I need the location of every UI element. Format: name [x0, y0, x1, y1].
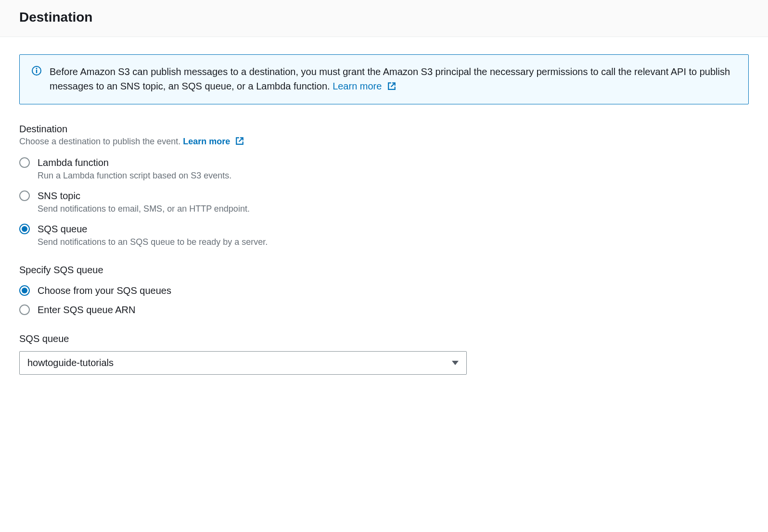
radio-indicator — [19, 190, 30, 201]
radio-title: SNS topic — [38, 190, 749, 202]
specify-sqs-label: Specify SQS queue — [19, 265, 749, 276]
radio-title: Lambda function — [38, 156, 749, 169]
link-label: Learn more — [183, 137, 230, 146]
radio-lambda-function[interactable]: Lambda function Run a Lambda function sc… — [19, 156, 749, 181]
radio-sqs-queue[interactable]: SQS queue Send notifications to an SQS q… — [19, 223, 749, 247]
radio-indicator — [19, 224, 30, 234]
destination-learn-more-link[interactable]: Learn more — [183, 137, 244, 146]
radio-description: Run a Lambda function script based on S3… — [38, 171, 749, 181]
external-link-icon — [235, 137, 244, 148]
info-icon — [31, 65, 42, 76]
external-link-icon — [387, 80, 396, 94]
destination-help-text: Choose a destination to publish the even… — [19, 137, 183, 146]
radio-title: Choose from your SQS queues — [38, 284, 749, 297]
sqs-queue-selected-value: howtoguide-tutorials — [27, 357, 114, 368]
sqs-queue-section: SQS queue howtoguide-tutorials — [19, 333, 749, 375]
sqs-queue-select[interactable]: howtoguide-tutorials — [19, 351, 467, 375]
specify-sqs-radio-group: Choose from your SQS queues Enter SQS qu… — [19, 284, 749, 316]
radio-indicator — [19, 285, 30, 296]
info-alert-text: Before Amazon S3 can publish messages to… — [50, 64, 737, 94]
panel-header: Destination — [0, 0, 768, 37]
destination-radio-group: Lambda function Run a Lambda function sc… — [19, 156, 749, 247]
info-learn-more-link[interactable]: Learn more — [333, 81, 396, 91]
radio-indicator — [19, 157, 30, 168]
panel-title: Destination — [19, 10, 749, 25]
radio-title: SQS queue — [38, 223, 749, 235]
caret-down-icon — [452, 361, 459, 365]
radio-choose-from-queues[interactable]: Choose from your SQS queues — [19, 284, 749, 297]
radio-title: Enter SQS queue ARN — [38, 304, 749, 316]
destination-label: Destination — [19, 124, 749, 135]
panel-content: Before Amazon S3 can publish messages to… — [0, 37, 768, 392]
info-alert: Before Amazon S3 can publish messages to… — [19, 54, 749, 104]
link-label: Learn more — [333, 81, 382, 91]
radio-sns-topic[interactable]: SNS topic Send notifications to email, S… — [19, 190, 749, 214]
radio-enter-queue-arn[interactable]: Enter SQS queue ARN — [19, 304, 749, 316]
specify-sqs-section: Specify SQS queue Choose from your SQS q… — [19, 265, 749, 316]
destination-help: Choose a destination to publish the even… — [19, 137, 749, 148]
destination-section: Destination Choose a destination to publ… — [19, 124, 749, 247]
svg-rect-2 — [36, 70, 37, 73]
svg-point-1 — [36, 68, 38, 69]
radio-indicator — [19, 304, 30, 315]
sqs-queue-label: SQS queue — [19, 333, 749, 344]
radio-description: Send notifications to an SQS queue to be… — [38, 237, 749, 247]
radio-description: Send notifications to email, SMS, or an … — [38, 204, 749, 214]
